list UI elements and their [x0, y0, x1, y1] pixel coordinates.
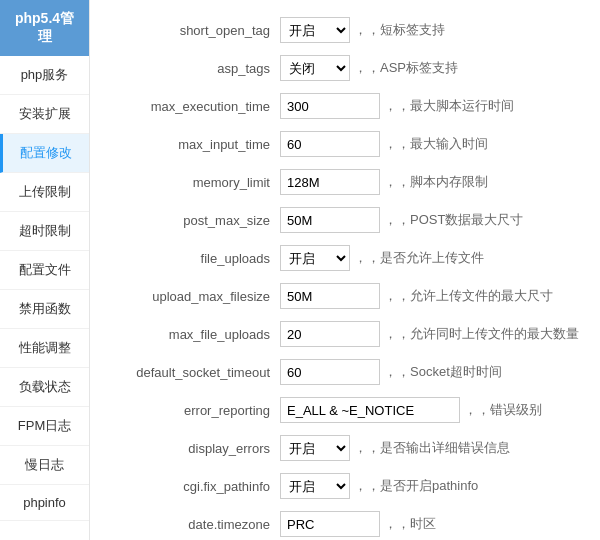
- form-input-upload_max_filesize[interactable]: [280, 283, 380, 309]
- form-row-default_socket_timeout: default_socket_timeout，Socket超时时间: [110, 357, 580, 387]
- sidebar-item-0[interactable]: php服务: [0, 56, 89, 95]
- form-label-error_reporting: error_reporting: [110, 403, 280, 418]
- form-input-max_execution_time[interactable]: [280, 93, 380, 119]
- form-label-default_socket_timeout: default_socket_timeout: [110, 365, 280, 380]
- form-label-max_input_time: max_input_time: [110, 137, 280, 152]
- sidebar-title: php5.4管理: [0, 0, 89, 56]
- form-label-memory_limit: memory_limit: [110, 175, 280, 190]
- form-desc-date.timezone: ，时区: [384, 515, 436, 533]
- form-desc-default_socket_timeout: ，Socket超时时间: [384, 363, 502, 381]
- main-content: short_open_tag开启关闭，短标签支持asp_tags开启关闭，ASP…: [90, 0, 600, 540]
- form-input-max_input_time[interactable]: [280, 131, 380, 157]
- sidebar-item-2[interactable]: 配置修改: [0, 134, 89, 173]
- form-label-upload_max_filesize: upload_max_filesize: [110, 289, 280, 304]
- form-row-error_reporting: error_reporting，错误级别: [110, 395, 580, 425]
- form-row-display_errors: display_errors开启关闭，是否输出详细错误信息: [110, 433, 580, 463]
- form-select-display_errors[interactable]: 开启关闭: [280, 435, 350, 461]
- form-desc-post_max_size: ，POST数据最大尺寸: [384, 211, 523, 229]
- form-label-asp_tags: asp_tags: [110, 61, 280, 76]
- form-input-error_reporting[interactable]: [280, 397, 460, 423]
- sidebar-item-3[interactable]: 上传限制: [0, 173, 89, 212]
- form-desc-display_errors: ，是否输出详细错误信息: [354, 439, 510, 457]
- sidebar-item-7[interactable]: 性能调整: [0, 329, 89, 368]
- form-select-cgi.fix_pathinfo[interactable]: 开启关闭: [280, 473, 350, 499]
- form-desc-error_reporting: ，错误级别: [464, 401, 542, 419]
- sidebar-item-5[interactable]: 配置文件: [0, 251, 89, 290]
- form-select-short_open_tag[interactable]: 开启关闭: [280, 17, 350, 43]
- form-row-max_execution_time: max_execution_time，最大脚本运行时间: [110, 91, 580, 121]
- form-desc-upload_max_filesize: ，允许上传文件的最大尺寸: [384, 287, 553, 305]
- form-select-file_uploads[interactable]: 开启关闭: [280, 245, 350, 271]
- form-row-max_input_time: max_input_time，最大输入时间: [110, 129, 580, 159]
- form-input-post_max_size[interactable]: [280, 207, 380, 233]
- form-row-post_max_size: post_max_size，POST数据最大尺寸: [110, 205, 580, 235]
- form-label-file_uploads: file_uploads: [110, 251, 280, 266]
- form-desc-short_open_tag: ，短标签支持: [354, 21, 445, 39]
- sidebar: php5.4管理 php服务安装扩展配置修改上传限制超时限制配置文件禁用函数性能…: [0, 0, 90, 540]
- form-row-asp_tags: asp_tags开启关闭，ASP标签支持: [110, 53, 580, 83]
- form-row-upload_max_filesize: upload_max_filesize，允许上传文件的最大尺寸: [110, 281, 580, 311]
- form-label-date.timezone: date.timezone: [110, 517, 280, 532]
- sidebar-item-9[interactable]: FPM日志: [0, 407, 89, 446]
- form-label-display_errors: display_errors: [110, 441, 280, 456]
- form-row-memory_limit: memory_limit，脚本内存限制: [110, 167, 580, 197]
- form-desc-max_execution_time: ，最大脚本运行时间: [384, 97, 514, 115]
- sidebar-item-6[interactable]: 禁用函数: [0, 290, 89, 329]
- sidebar-item-11[interactable]: phpinfo: [0, 485, 89, 521]
- form-input-memory_limit[interactable]: [280, 169, 380, 195]
- form-select-asp_tags[interactable]: 开启关闭: [280, 55, 350, 81]
- sidebar-item-1[interactable]: 安装扩展: [0, 95, 89, 134]
- form-row-short_open_tag: short_open_tag开启关闭，短标签支持: [110, 15, 580, 45]
- sidebar-item-4[interactable]: 超时限制: [0, 212, 89, 251]
- form-row-date.timezone: date.timezone，时区: [110, 509, 580, 539]
- form-row-cgi.fix_pathinfo: cgi.fix_pathinfo开启关闭，是否开启pathinfo: [110, 471, 580, 501]
- form-desc-max_file_uploads: ，允许同时上传文件的最大数量: [384, 325, 579, 343]
- form-row-max_file_uploads: max_file_uploads，允许同时上传文件的最大数量: [110, 319, 580, 349]
- form-row-file_uploads: file_uploads开启关闭，是否允许上传文件: [110, 243, 580, 273]
- form-input-date.timezone[interactable]: [280, 511, 380, 537]
- form-label-short_open_tag: short_open_tag: [110, 23, 280, 38]
- form-desc-memory_limit: ，脚本内存限制: [384, 173, 488, 191]
- form-input-default_socket_timeout[interactable]: [280, 359, 380, 385]
- sidebar-item-8[interactable]: 负载状态: [0, 368, 89, 407]
- form-label-cgi.fix_pathinfo: cgi.fix_pathinfo: [110, 479, 280, 494]
- sidebar-item-10[interactable]: 慢日志: [0, 446, 89, 485]
- form-desc-max_input_time: ，最大输入时间: [384, 135, 488, 153]
- form-desc-cgi.fix_pathinfo: ，是否开启pathinfo: [354, 477, 478, 495]
- form-label-max_file_uploads: max_file_uploads: [110, 327, 280, 342]
- form-desc-file_uploads: ，是否允许上传文件: [354, 249, 484, 267]
- form-desc-asp_tags: ，ASP标签支持: [354, 59, 458, 77]
- form-label-post_max_size: post_max_size: [110, 213, 280, 228]
- form-input-max_file_uploads[interactable]: [280, 321, 380, 347]
- form-label-max_execution_time: max_execution_time: [110, 99, 280, 114]
